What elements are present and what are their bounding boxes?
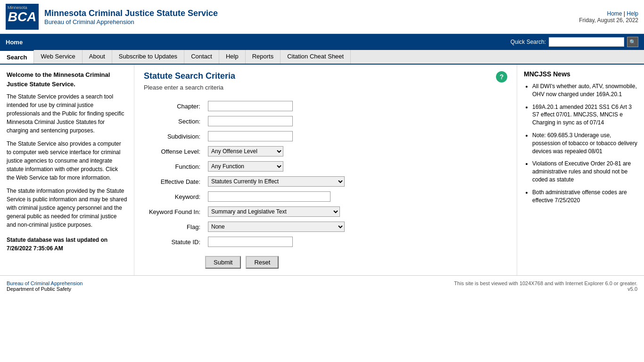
sidebar: Welcome to the Minnesota Criminal Justic… — [0, 65, 134, 275]
help-icon[interactable]: ? — [496, 71, 507, 82]
tab-citation[interactable]: Citation Cheat Sheet — [281, 50, 351, 64]
news-item-3: Violations of Executive Order 20-81 are … — [532, 160, 637, 183]
footer-left: Bureau of Criminal Apprehension Departme… — [7, 280, 83, 292]
form-buttons: Submit Reset — [205, 256, 507, 269]
page-header: Minnesota BCA Minnesota Criminal Justice… — [0, 0, 644, 34]
tab-about[interactable]: About — [83, 50, 112, 64]
function-select[interactable]: Any Function Charging Sentencing Both — [208, 161, 283, 172]
keyword-found-select[interactable]: Summary and Legislative Text Summary Onl… — [208, 206, 340, 217]
tab-web-service[interactable]: Web Service — [34, 50, 82, 64]
footer-version: v5.0 — [454, 286, 637, 292]
keyword-found-row: Keyword Found In: Summary and Legislativ… — [144, 204, 427, 219]
chapter-label: Chapter: — [144, 99, 205, 114]
main-area: Welcome to the Minnesota Criminal Justic… — [0, 65, 644, 275]
content-header: Statute Search Criteria Please enter a s… — [144, 71, 507, 99]
header-title: Minnesota Criminal Justice Statute Servi… — [44, 8, 218, 25]
nav-tabs: Search Web Service About Subscribe to Up… — [0, 50, 644, 65]
flag-select[interactable]: None New Amended Repealed — [208, 222, 345, 232]
flag-row: Flag: None New Amended Repealed — [144, 219, 427, 234]
function-row: Function: Any Function Charging Sentenci… — [144, 159, 427, 174]
home-bar: Home Quick Search: 🔍 — [0, 34, 644, 50]
news-list: All DWI's whether auto, ATV, snowmobile,… — [524, 82, 637, 204]
section-input[interactable] — [208, 116, 293, 126]
tab-search[interactable]: Search — [0, 50, 34, 64]
subdivision-input[interactable] — [208, 131, 293, 141]
chapter-row: Chapter: — [144, 99, 427, 114]
main-content: Statute Search Criteria Please enter a s… — [134, 65, 517, 275]
section-row: Section: — [144, 114, 427, 129]
footer-dept: Department of Public Safety — [7, 286, 83, 292]
sidebar-para1: The Statute Service provides a search to… — [7, 92, 127, 135]
offense-level-label: Offense Level: — [144, 144, 205, 159]
quick-search-input[interactable] — [549, 37, 624, 47]
section-label: Section: — [144, 114, 205, 129]
header-left: Minnesota BCA Minnesota Criminal Justice… — [6, 4, 218, 30]
home-link[interactable]: Home — [607, 10, 622, 17]
page-footer: Bureau of Criminal Apprehension Departme… — [0, 275, 644, 296]
site-title: Minnesota Criminal Justice Statute Servi… — [44, 8, 218, 18]
search-form: Chapter: Section: Subdivision: Offense L… — [144, 99, 427, 249]
submit-button[interactable]: Submit — [205, 256, 241, 269]
sidebar-para2: The Statute Service also provides a comp… — [7, 140, 127, 182]
site-subtitle: Bureau of Criminal Apprehension — [44, 18, 218, 25]
logo-state-text: Minnesota — [8, 5, 27, 10]
news-panel: MNCJSS News All DWI's whether auto, ATV,… — [517, 65, 644, 275]
footer-right: This site is best viewed with 1024X768 a… — [454, 280, 637, 292]
quick-search-area: Quick Search: 🔍 — [511, 37, 638, 47]
updated-date: 7/26/2022 7:35:06 AM — [7, 245, 63, 252]
tab-subscribe[interactable]: Subscribe to Updates — [112, 50, 184, 64]
news-item-2: Note: 609.685.3 Underage use, possession… — [532, 132, 637, 155]
help-link[interactable]: Help — [627, 10, 638, 17]
function-label: Function: — [144, 159, 205, 174]
logo-box: Minnesota BCA — [6, 4, 39, 30]
news-item-0: All DWI's whether auto, ATV, snowmobile,… — [532, 82, 637, 99]
chapter-input[interactable] — [208, 101, 293, 111]
footer-browser-note: This site is best viewed with 1024X768 a… — [454, 280, 637, 286]
quick-search-label: Quick Search: — [511, 39, 546, 45]
offense-level-select[interactable]: Any Offense Level Felony Gross Misdemean… — [208, 146, 283, 156]
subdivision-label: Subdivision: — [144, 129, 205, 144]
offense-level-row: Offense Level: Any Offense Level Felony … — [144, 144, 427, 159]
tab-reports[interactable]: Reports — [246, 50, 281, 64]
news-item-4: Both administrative offense codes are ef… — [532, 189, 637, 205]
statute-id-label: Statute ID: — [144, 234, 205, 249]
sidebar-para3: The statute information provided by the … — [7, 187, 127, 229]
logo-text: BCA — [8, 9, 37, 25]
keyword-row: Keyword: — [144, 189, 427, 204]
effective-date-select[interactable]: Statutes Currently In Effect All Statute… — [208, 176, 345, 187]
quick-search-button[interactable]: 🔍 — [627, 37, 638, 47]
tab-contact[interactable]: Contact — [184, 50, 219, 64]
logo-area: Minnesota BCA — [6, 4, 39, 30]
statute-id-row: Statute ID: — [144, 234, 427, 249]
reset-button[interactable]: Reset — [246, 256, 279, 269]
news-heading: MNCJSS News — [524, 70, 637, 78]
flag-label: Flag: — [144, 219, 205, 234]
updated-label: Statute database was last updated on — [7, 237, 107, 243]
header-date: Friday, August 26, 2022 — [579, 17, 638, 24]
header-links: Home | Help — [579, 10, 638, 17]
home-bar-link[interactable]: Home — [6, 39, 23, 46]
keyword-input[interactable] — [208, 191, 330, 202]
keyword-label: Keyword: — [144, 189, 205, 204]
effective-date-label: Effective Date: — [144, 174, 205, 189]
news-item-1: 169A.20.1 amended 2021 SS1 C6 Art 3 S7 e… — [532, 103, 637, 127]
form-subtitle: Please enter a search criteria — [144, 84, 491, 91]
effective-date-row: Effective Date: Statutes Currently In Ef… — [144, 174, 427, 189]
form-title: Statute Search Criteria — [144, 71, 491, 81]
subdivision-row: Subdivision: — [144, 129, 427, 144]
tab-help[interactable]: Help — [219, 50, 246, 64]
statute-id-input[interactable] — [208, 237, 293, 247]
content-header-text: Statute Search Criteria Please enter a s… — [144, 71, 491, 99]
header-right: Home | Help Friday, August 26, 2022 — [579, 10, 638, 24]
keyword-found-label: Keyword Found In: — [144, 204, 205, 219]
sidebar-updated: Statute database was last updated on 7/2… — [7, 236, 127, 253]
footer-bca-link[interactable]: Bureau of Criminal Apprehension — [7, 280, 83, 286]
sidebar-heading: Welcome to the Minnesota Criminal Justic… — [7, 70, 127, 89]
